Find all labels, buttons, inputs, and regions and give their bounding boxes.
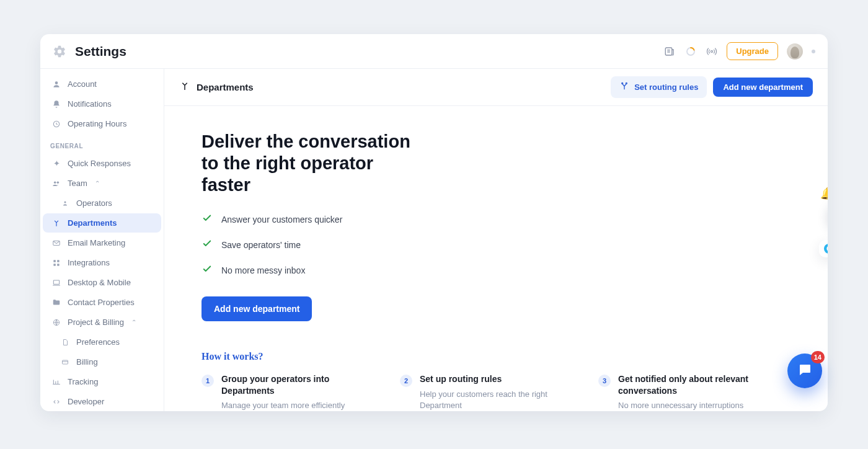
hero-checks: Answer your customers quicker Save opera…	[202, 213, 772, 277]
sidebar-item-label: Project & Billing	[68, 318, 124, 327]
code-icon	[51, 398, 61, 406]
sidebar-item-operators[interactable]: Operators	[43, 193, 161, 213]
sidebar-item-team[interactable]: Team ⌃	[43, 174, 161, 193]
conv-card: C	[819, 240, 828, 257]
step-1: 1 Group your operators into Departments …	[202, 373, 375, 411]
add-department-button[interactable]: Add new department	[713, 78, 813, 97]
news-icon[interactable]	[663, 45, 676, 58]
sidebar-item-project-billing[interactable]: Project & Billing ⌃	[43, 313, 161, 332]
sub-header-right: Set routing rules Add new department	[611, 76, 813, 98]
step-title: Set up routing rules	[420, 373, 574, 385]
svg-rect-10	[57, 260, 60, 262]
sidebar-item-label: Tracking	[68, 377, 98, 386]
sidebar-item-label: Contact Properties	[68, 298, 135, 307]
sub-header-left: Departments	[179, 81, 254, 94]
operator-icon	[60, 200, 70, 207]
check-item: Answer your customers quicker	[202, 213, 772, 226]
step-number: 3	[598, 375, 611, 387]
set-routing-button[interactable]: Set routing rules	[611, 76, 707, 98]
check-label: Answer your customers quicker	[221, 215, 342, 225]
topbar-right: Upgrade	[663, 42, 815, 60]
route-icon	[51, 219, 61, 228]
bell-icon	[51, 100, 61, 109]
sidebar-item-desktop-mobile[interactable]: Desktop & Mobile	[43, 273, 161, 292]
step-desc: Manage your team more efficiently	[221, 400, 375, 411]
step-number: 2	[400, 375, 412, 387]
chat-fab[interactable]: 14	[787, 353, 822, 388]
people-icon	[51, 179, 61, 188]
more-icon[interactable]	[812, 50, 815, 53]
sidebar-item-quick-responses[interactable]: ✦ Quick Responses	[43, 154, 161, 173]
svg-point-2	[711, 50, 713, 52]
activity-ring-icon[interactable]	[684, 45, 697, 58]
check-icon	[202, 238, 213, 251]
step-3: 3 Get notified only about relevant conve…	[598, 373, 772, 411]
how-it-works-heading: How it works?	[202, 351, 772, 362]
check-label: Save operators' time	[221, 240, 301, 250]
sidebar-item-preferences[interactable]: Preferences	[43, 332, 161, 352]
upgrade-button[interactable]: Upgrade	[727, 42, 778, 60]
chevron-up-icon: ⌃	[95, 180, 100, 187]
step-2: 2 Set up routing rules Help your custome…	[400, 373, 574, 411]
folder-icon	[51, 298, 61, 307]
sidebar-item-label: Account	[68, 79, 97, 89]
step-desc: No more unnecessary interruptions	[618, 400, 772, 411]
clock-icon	[51, 120, 61, 128]
step-title: Get notified only about relevant convers…	[618, 373, 772, 396]
track-icon	[51, 378, 61, 386]
sidebar-item-label: Quick Responses	[68, 159, 131, 168]
person-icon	[51, 80, 61, 89]
sidebar-item-label: Operators	[76, 198, 112, 208]
dept-badge-c: C	[824, 244, 828, 254]
svg-rect-9	[53, 260, 56, 262]
svg-rect-12	[57, 264, 60, 266]
sidebar-item-departments[interactable]: Departments	[43, 213, 161, 233]
add-department-cta[interactable]: Add new department	[202, 296, 312, 321]
hero: Deliver the conversation to the right op…	[164, 131, 784, 411]
sidebar-item-label: Team	[68, 179, 87, 188]
check-icon	[202, 213, 213, 226]
route-icon	[179, 81, 190, 94]
svg-point-16	[622, 82, 623, 84]
sidebar-item-notifications[interactable]: Notifications	[43, 94, 161, 113]
page-title: Settings	[75, 44, 126, 59]
broadcast-icon[interactable]	[706, 45, 718, 58]
svg-rect-11	[53, 264, 56, 266]
sub-header-title: Departments	[197, 82, 254, 92]
sidebar-item-email-marketing[interactable]: Email Marketing	[43, 233, 161, 252]
chat-badge: 14	[811, 351, 825, 363]
sidebar-item-label: Billing	[76, 357, 98, 367]
sidebar-item-account[interactable]: Account	[43, 74, 161, 94]
app-window: Settings Upgrade Account	[40, 34, 828, 411]
sidebar-item-label: Desktop & Mobile	[68, 278, 131, 287]
bolt-icon: ✦	[51, 159, 61, 168]
svg-point-7	[64, 201, 66, 203]
illustration-lines	[784, 131, 828, 292]
sidebar-item-hours[interactable]: Operating Hours	[43, 114, 161, 133]
chevron-up-icon: ⌃	[131, 319, 136, 326]
check-item: Save operators' time	[202, 238, 772, 251]
sidebar-item-label: Departments	[68, 218, 117, 228]
topbar: Settings Upgrade	[40, 34, 828, 69]
sidebar-item-integrations[interactable]: Integrations	[43, 253, 161, 272]
content: Deliver the conversation to the right op…	[164, 106, 828, 411]
sidebar-item-contact-properties[interactable]: Contact Properties	[43, 293, 161, 312]
svg-rect-0	[666, 48, 673, 55]
check-label: No more messy inbox	[221, 265, 305, 275]
sidebar-item-developer[interactable]: Developer	[43, 392, 161, 411]
svg-point-6	[57, 181, 60, 184]
step-title: Group your operators into Departments	[221, 373, 375, 396]
sidebar-item-label: Integrations	[68, 258, 110, 267]
sidebar-item-label: Notifications	[68, 99, 112, 109]
sidebar-item-label: Email Marketing	[68, 238, 125, 247]
sidebar-item-tracking[interactable]: Tracking	[43, 372, 161, 391]
svg-point-5	[54, 181, 56, 184]
check-icon	[202, 264, 213, 277]
button-label: Set routing rules	[634, 82, 698, 92]
sidebar-item-billing[interactable]: Billing	[43, 352, 161, 371]
doc-icon	[60, 339, 70, 346]
fork-icon	[619, 81, 629, 93]
card-icon	[60, 358, 70, 366]
grid-icon	[51, 259, 61, 267]
avatar[interactable]	[787, 43, 803, 60]
